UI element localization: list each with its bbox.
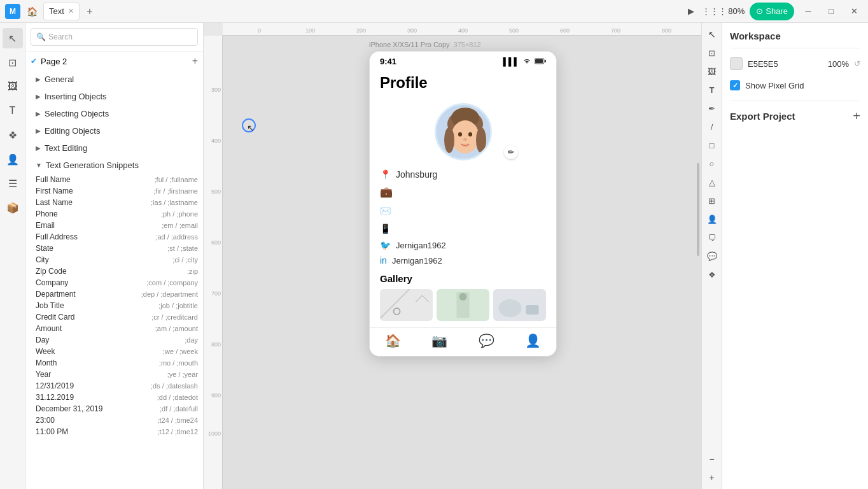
profile-content: Profile (370, 69, 556, 356)
minimize-button[interactable]: ─ (799, 3, 817, 20)
tool-zoom-out[interactable]: − (703, 450, 721, 468)
window-controls: ▶ ⋮⋮⋮ 80% ⊙ Share ─ □ ✕ (682, 3, 863, 20)
tool-ellipse[interactable]: ○ (703, 155, 721, 173)
tab-close-button[interactable]: ✕ (68, 7, 74, 15)
sidebar-text-icon[interactable]: T (3, 101, 23, 121)
tool-zoom-in[interactable]: + (703, 469, 721, 486)
color-refresh-icon[interactable]: ↺ (854, 59, 860, 68)
snippet-datefull-label: December 31, 2019 (36, 404, 102, 413)
section-snippets[interactable]: ▼ Text Generation Snippets (25, 157, 203, 174)
sidebar-avatar-icon[interactable]: 👤 (3, 149, 23, 169)
section-selecting[interactable]: ▶ Selecting Objects (25, 105, 203, 122)
play-button[interactable]: ▶ (682, 3, 700, 20)
tool-rect[interactable]: □ (703, 136, 721, 154)
tool-frame[interactable]: ⊡ (703, 44, 721, 62)
text-editing-arrow-icon: ▶ (36, 145, 41, 152)
gallery-image-1 (380, 289, 433, 321)
whatsapp-icon: 📱 (380, 223, 391, 234)
snippet-lastname-label: Last Name (36, 198, 73, 207)
color-swatch[interactable] (730, 57, 743, 70)
location-value: Johnsburg (396, 169, 437, 180)
status-icons: ▌▌▌ (503, 57, 546, 66)
section-editing[interactable]: ▶ Editing Objects (25, 122, 203, 139)
section-general[interactable]: ▶ General (25, 71, 203, 88)
nav-camera-icon[interactable]: 📷 (431, 333, 447, 348)
tool-text[interactable]: T (703, 81, 721, 99)
snippet-state: State ;st / ;state (25, 243, 203, 254)
sidebar-image-icon[interactable]: 🖼 (3, 76, 23, 97)
snippet-amount-label: Amount (36, 324, 62, 333)
gallery-title: Gallery (380, 273, 546, 284)
tool-component[interactable]: ❖ (703, 266, 721, 283)
snippet-datefull: December 31, 2019 ;df / ;datefull (25, 403, 203, 415)
pixel-grid-checkbox[interactable]: ✓ (730, 80, 740, 90)
device-wrapper: iPhone X/XS/11 Pro Copy 375×812 9:41 ▌▌▌ (369, 41, 557, 357)
sidebar-frame-icon[interactable]: ⊡ (3, 52, 23, 73)
svg-rect-21 (526, 305, 539, 315)
tool-cursor[interactable]: ↖ (703, 25, 721, 43)
snippet-company-key: ;com / ;company (146, 279, 198, 287)
sidebar-assets-icon[interactable]: 📦 (3, 197, 23, 218)
snippet-jobtitle-key: ;job / ;jobtitle (158, 302, 198, 309)
snippet-phone-key: ;ph / ;phone (161, 210, 198, 218)
tool-image[interactable]: 🖼 (703, 62, 721, 80)
snippets-arrow-icon: ▼ (36, 162, 42, 169)
canvas-area[interactable]: 0 100 200 300 400 500 600 700 800 900 30… (204, 23, 701, 489)
svg-point-8 (476, 127, 486, 153)
section-inserting[interactable]: ▶ Inserting Objects (25, 88, 203, 105)
close-button[interactable]: ✕ (845, 3, 863, 20)
nav-message-icon[interactable]: 💬 (479, 333, 494, 348)
tool-comment[interactable]: 🗨 (703, 229, 721, 246)
device-label: iPhone X/XS/11 Pro Copy (369, 41, 450, 48)
pixel-grid-section: ✓ Show Pixel Grid (730, 80, 860, 90)
snippet-time12-label: 11:00 PM (36, 427, 68, 436)
tool-pen[interactable]: ✒ (703, 99, 721, 117)
maximize-button[interactable]: □ (822, 3, 840, 20)
svg-point-6 (451, 120, 479, 153)
search-box[interactable]: 🔍 Search (31, 28, 198, 46)
nav-profile-icon[interactable]: 👤 (525, 333, 541, 348)
snippet-lastname: Last Name ;las / ;lastname (25, 197, 203, 208)
snippet-year: Year ;ye / ;year (25, 369, 203, 380)
tool-line[interactable]: / (703, 118, 721, 136)
active-tab[interactable]: Text ✕ (43, 3, 80, 20)
tool-grid[interactable]: ⊞ (703, 192, 721, 209)
export-add-button[interactable]: + (853, 109, 860, 124)
page-check-icon: ✔ (31, 57, 37, 66)
page-add-button[interactable]: + (192, 55, 198, 67)
svg-rect-1 (535, 59, 543, 63)
snippet-fulladdress: Full Address ;ad / ;address (25, 231, 203, 243)
snippet-phone: Phone ;ph / ;phone (25, 208, 203, 220)
edit-avatar-button[interactable]: ✏ (504, 145, 518, 159)
tool-avatar[interactable]: 👤 (703, 210, 721, 228)
right-panel: Workspace E5E5E5 100% ↺ ✓ Show Pixel Gri… (722, 23, 868, 489)
sidebar-layers-icon[interactable]: ☰ (3, 173, 23, 194)
snippet-week: Week ;we / ;week (25, 346, 203, 357)
snippet-datedot-key: ;dd / ;datedot (157, 393, 198, 401)
grid-button[interactable]: ⋮⋮⋮ (705, 3, 723, 20)
snippet-company-label: Company (36, 278, 68, 287)
home-button[interactable]: 🏠 (23, 3, 41, 20)
snippet-fullname-key: ;ful / ;fullname (155, 176, 198, 183)
zoom-control[interactable]: 80% (728, 6, 745, 16)
share-button[interactable]: ⊙ Share (750, 3, 794, 20)
scrollbar-thumb[interactable] (697, 163, 699, 256)
page-label[interactable]: Page 2 (41, 57, 67, 66)
tool-triangle[interactable]: △ (703, 173, 721, 191)
section-text-editing[interactable]: ▶ Text Editing (25, 139, 203, 157)
snippet-amount: Amount ;am / ;amount (25, 323, 203, 334)
ruler-horizontal: 0 100 200 300 400 500 600 700 800 900 (223, 23, 701, 36)
new-tab-button[interactable]: + (82, 4, 97, 19)
snippet-zip-key: ;zip (187, 267, 198, 275)
left-panel: 🔍 Search ✔ Page 2 + ▶ General ▶ Insertin… (25, 23, 204, 489)
export-title: Export Project (730, 111, 795, 122)
sidebar-component-icon[interactable]: ❖ (3, 125, 23, 145)
nav-home-icon[interactable]: 🏠 (385, 333, 401, 348)
workspace-color-section: E5E5E5 100% ↺ (730, 57, 860, 70)
sidebar-cursor-icon[interactable]: ↖ (3, 28, 23, 48)
general-arrow-icon: ▶ (36, 76, 41, 83)
snippet-creditcard: Credit Card ;cr / ;creditcard (25, 311, 203, 323)
tool-callout[interactable]: 💬 (703, 247, 721, 265)
snippets-list: Full Name ;ful / ;fullname First Name ;f… (25, 174, 203, 437)
linkedin-handle: Jernigan1962 (392, 256, 442, 266)
